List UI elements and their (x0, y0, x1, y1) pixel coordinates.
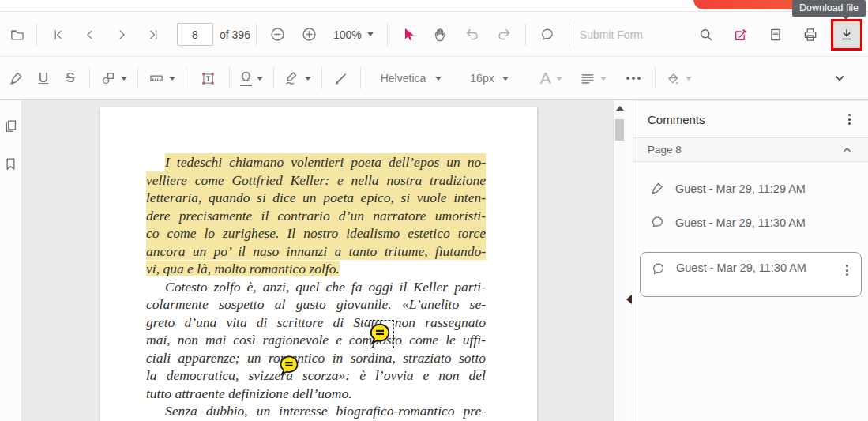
next-page-button[interactable] (106, 20, 137, 50)
first-page-button[interactable] (43, 20, 74, 50)
shapes-tool-dropdown[interactable] (96, 63, 132, 93)
page-group-label: Page 8 (648, 144, 682, 156)
undo-button[interactable] (457, 20, 488, 50)
fill-color-dropdown[interactable] (661, 63, 697, 93)
pages-thumbnail-icon (3, 118, 18, 133)
text-align-dropdown[interactable] (575, 63, 611, 93)
comment-menu-icon[interactable] (843, 261, 851, 279)
calibrate-tool-dropdown[interactable] (144, 63, 180, 93)
zoom-in-button[interactable] (294, 20, 325, 50)
folder-icon (9, 27, 25, 43)
comment-item[interactable]: Guest - Mar 29, 11:30 AM (650, 215, 862, 230)
caret-down-icon (305, 77, 311, 81)
strikethrough-tool-button[interactable]: S (57, 63, 84, 93)
underline-icon: U (39, 70, 48, 86)
comment-author-time: Guest - Mar 29, 11:29 AM (675, 182, 806, 195)
caret-down-icon (556, 77, 562, 81)
caret-down-icon (435, 77, 442, 81)
font-size-select[interactable]: 16px (465, 63, 513, 93)
caret-down-icon (367, 32, 374, 36)
add-comment-button[interactable] (532, 20, 563, 50)
font-color-dropdown[interactable]: A (535, 63, 567, 93)
text-line: greto d’una vita di scrittore di Stato, … (146, 314, 486, 332)
separator (89, 67, 90, 89)
stamp-tool-dropdown[interactable]: Ω (235, 63, 268, 93)
text-line: co come lo zurighese. Il nostro idealism… (146, 224, 486, 242)
sticky-note-annotation[interactable] (368, 322, 392, 346)
document-viewport[interactable]: I tedeschi chiamano volentieri poeta del… (22, 100, 613, 421)
last-page-button[interactable] (137, 20, 169, 50)
ink-tool-button[interactable] (328, 63, 355, 93)
ruler-icon (148, 70, 164, 86)
zoom-out-button[interactable] (262, 20, 294, 50)
printer-icon (802, 27, 818, 43)
caret-down-icon (257, 77, 263, 81)
last-page-icon (146, 28, 160, 42)
separator (36, 24, 37, 46)
download-button[interactable] (833, 21, 860, 48)
comments-title: Comments (648, 113, 705, 126)
toolbar-collapse-button[interactable] (824, 63, 855, 93)
organize-pages-button[interactable] (758, 20, 793, 50)
more-options-button[interactable] (618, 63, 649, 93)
print-button[interactable] (793, 20, 828, 50)
redo-icon (496, 27, 512, 43)
separator (186, 67, 186, 89)
text-line: Cotesto zolfo è, anzi, quel che fa oggi … (146, 278, 486, 296)
caret-down-icon (121, 77, 127, 81)
comments-menu-icon[interactable] (845, 111, 854, 128)
submit-form-button[interactable]: Submit Form (580, 28, 643, 41)
font-family-select[interactable]: Helvetica (376, 63, 447, 93)
text-line: ciali apparenze; un romantico in sordina… (146, 349, 486, 367)
search-button[interactable] (689, 20, 723, 50)
comment-item[interactable]: Guest - Mar 29, 11:30 AM (640, 252, 862, 297)
page-number-input[interactable] (177, 23, 213, 46)
text-line: ancora un po’ il naso innanzi a tanto tr… (146, 242, 486, 261)
first-page-icon (51, 28, 66, 42)
scrollbar-thumb[interactable] (615, 119, 624, 141)
signature-tool-dropdown[interactable] (280, 63, 316, 93)
align-lines-icon (580, 70, 596, 86)
shapes-icon (100, 70, 116, 86)
main-toolbar: of 396 100% Submit Form (0, 13, 868, 57)
thumbnails-button[interactable] (2, 116, 21, 135)
separator (273, 67, 274, 89)
open-file-button[interactable] (4, 20, 31, 50)
bubble-icon (650, 215, 665, 230)
download-icon (839, 27, 855, 43)
chevron-right-icon (115, 28, 129, 42)
comments-panel: Comments Page 8 Guest - Mar 29, 11:29 AM… (633, 100, 868, 421)
vertical-scrollbar[interactable] (613, 100, 626, 421)
underline-tool-button[interactable]: U (30, 63, 57, 93)
comment-bubble-icon (539, 27, 555, 43)
annotation-edit-button[interactable] (723, 20, 758, 50)
comment-item[interactable]: Guest - Mar 29, 11:29 AM (650, 181, 862, 196)
text-line: letteraria, quando si dice un poeta epic… (146, 189, 486, 207)
page-group-header[interactable]: Page 8 (633, 137, 868, 162)
caret-down-icon (169, 77, 175, 81)
previous-page-button[interactable] (74, 20, 106, 50)
text-line: velliere come Gottfried Keller: e nella … (146, 171, 486, 190)
redo-button[interactable] (488, 20, 520, 50)
text-line: mai, non mai così ragionevole e composto… (146, 331, 486, 349)
zoom-level-select[interactable]: 100% (333, 28, 374, 41)
comment-author-time: Guest - Mar 29, 11:30 AM (675, 216, 806, 229)
select-tool-button[interactable] (393, 20, 425, 50)
paint-bucket-icon (666, 71, 681, 86)
strikethrough-icon: S (66, 70, 74, 86)
bubble-icon (651, 261, 666, 276)
notes-page-icon (768, 27, 783, 43)
highlight-tool-button[interactable] (3, 63, 30, 93)
chevron-down-icon (832, 70, 847, 86)
pan-tool-button[interactable] (425, 20, 457, 50)
bookmarks-button[interactable] (2, 154, 21, 173)
text-line: tutto attraente definizione dell’uomo. (146, 385, 486, 403)
sticky-note-annotation[interactable] (278, 355, 300, 377)
scroll-up-arrow-icon[interactable] (616, 106, 624, 111)
comments-list: Guest - Mar 29, 11:29 AM Guest - Mar 29,… (633, 162, 868, 421)
panel-collapse-arrow-icon[interactable] (626, 295, 632, 304)
textbox-tool-button[interactable] (192, 63, 224, 93)
separator (321, 67, 322, 89)
stamp-icon: Ω (240, 70, 252, 86)
signature-pen-icon (284, 70, 300, 86)
